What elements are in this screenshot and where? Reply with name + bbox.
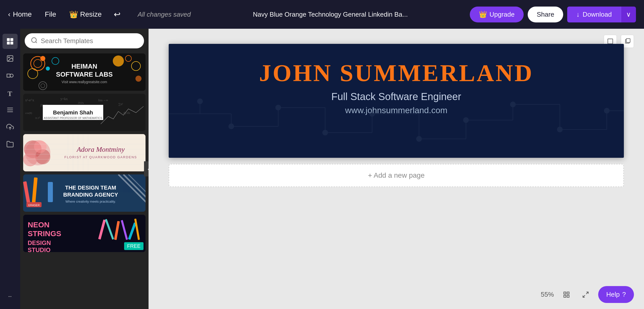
sidebar-more-button[interactable]: •••: [3, 289, 18, 304]
svg-text:FLORIST AT QUARKWOOD GARDENS: FLORIST AT QUARKWOOD GARDENS: [64, 155, 137, 159]
svg-rect-0: [7, 38, 10, 41]
crown-icon: 👑: [69, 10, 78, 19]
search-bar-wrap: [20, 29, 149, 51]
svg-text:ASSISTANT PROFESSOR OF MATHEMA: ASSISTANT PROFESSOR OF MATHEMATICS: [44, 116, 102, 119]
topbar-left: ‹ Home File 👑 Resize ↩ All changes saved: [8, 8, 191, 21]
svg-rect-132: [567, 295, 569, 297]
resize-nav-item[interactable]: 👑 Resize: [69, 10, 102, 19]
template-list: HEIMAN SOFTWARE LABS Visit www.reallygre…: [20, 51, 149, 309]
svg-point-13: [32, 38, 37, 43]
topbar: ‹ Home File 👑 Resize ↩ All changes saved…: [0, 0, 644, 29]
svg-point-25: [135, 76, 141, 82]
upgrade-button[interactable]: 👑 Upgrade: [470, 7, 524, 22]
svg-rect-3: [10, 42, 13, 44]
undo-button[interactable]: ↩: [112, 8, 123, 21]
svg-rect-1: [10, 38, 13, 41]
template-card-design-team[interactable]: ERASER THE DESIGN TEAM BRANDING AGENCY W…: [23, 174, 146, 212]
download-arrow-icon: ↓: [576, 11, 580, 18]
svg-point-18: [40, 56, 45, 61]
svg-text:DESIGN: DESIGN: [28, 239, 51, 246]
icon-sidebar: T •••: [0, 29, 20, 309]
search-input[interactable]: [41, 37, 138, 45]
add-page-button[interactable]: + Add a new page: [169, 164, 624, 187]
svg-text:THE DESIGN TEAM: THE DESIGN TEAM: [65, 184, 116, 191]
sidebar-text-button[interactable]: T: [3, 85, 18, 100]
svg-text:HEIMAN: HEIMAN: [71, 63, 97, 70]
banner-name[interactable]: JOHN SUMMERLAND: [259, 59, 533, 87]
svg-text:y=kx: y=kx: [60, 97, 68, 101]
svg-rect-6: [7, 74, 10, 77]
svg-text:∑n²: ∑n²: [118, 102, 123, 106]
svg-point-91: [197, 99, 202, 104]
svg-point-5: [9, 57, 10, 58]
svg-rect-86: [608, 39, 613, 44]
topbar-right: 👑 Upgrade Share ↓ Download ∨: [470, 7, 636, 22]
download-button[interactable]: ↓ Download: [567, 7, 621, 22]
circuit-decoration: [169, 95, 624, 158]
home-nav-item[interactable]: ‹ Home: [8, 10, 32, 18]
svg-text:Benjamin Shah: Benjamin Shah: [53, 109, 93, 116]
svg-text:cos(θ): cos(θ): [25, 111, 32, 115]
svg-line-134: [583, 295, 585, 297]
search-icon: [31, 37, 38, 45]
main-layout: T •••: [0, 29, 644, 309]
saved-status: All changes saved: [138, 11, 191, 18]
template-card-adora[interactable]: Adora Montminy FLORIST AT QUARKWOOD GARD…: [23, 134, 146, 171]
template-card-benjamin[interactable]: x²-e^x ∫f(x)dx y=kx ∂f/∂x lim→∞ ∑n² cos(…: [23, 94, 146, 131]
sidebar-texture-button[interactable]: [3, 102, 18, 117]
svg-text:ERASER: ERASER: [28, 204, 40, 207]
svg-text:x²-e^x: x²-e^x: [25, 98, 34, 102]
linkedin-banner[interactable]: JOHN SUMMERLAND Full Stack Software Engi…: [169, 44, 624, 158]
svg-text:STRINGS: STRINGS: [28, 229, 61, 238]
resize-label: Resize: [80, 10, 102, 18]
help-icon: ?: [622, 291, 626, 298]
share-button[interactable]: Share: [528, 7, 563, 22]
svg-text:T: T: [8, 90, 12, 97]
zoom-level: 55%: [541, 291, 554, 298]
svg-rect-131: [564, 295, 566, 297]
svg-text:lim→∞: lim→∞: [98, 98, 108, 102]
svg-rect-129: [564, 292, 566, 294]
doc-title: Navy Blue Orange Technology General Link…: [191, 11, 470, 18]
sidebar-grid-button[interactable]: [3, 34, 18, 49]
chevron-left-icon: ‹: [8, 10, 10, 18]
svg-line-14: [35, 42, 37, 43]
svg-text:Where creativity meets practic: Where creativity meets practicality.: [65, 200, 116, 203]
template-card-heiman[interactable]: HEIMAN SOFTWARE LABS Visit www.reallygre…: [23, 53, 146, 91]
svg-text:STUDIO: STUDIO: [28, 246, 51, 252]
svg-point-22: [113, 55, 124, 67]
sidebar-image-button[interactable]: [3, 51, 18, 66]
help-label: Help: [606, 291, 620, 298]
svg-text:∂f/∂x: ∂f/∂x: [78, 101, 84, 104]
canvas-wrapper: JOHN SUMMERLAND Full Stack Software Engi…: [169, 44, 624, 187]
grid-view-button[interactable]: [560, 288, 573, 301]
collapse-panel-button[interactable]: ‹: [144, 161, 149, 176]
canvas-area: JOHN SUMMERLAND Full Stack Software Engi…: [149, 29, 644, 309]
sidebar-shapes-button[interactable]: [3, 68, 18, 83]
download-group: ↓ Download ∨: [567, 7, 636, 22]
svg-point-7: [10, 74, 13, 77]
svg-text:SOFTWARE LABS: SOFTWARE LABS: [56, 71, 113, 78]
crown-icon: 👑: [479, 11, 487, 18]
download-caret-button[interactable]: ∨: [621, 7, 636, 22]
free-badge: FREE: [124, 242, 144, 250]
svg-rect-2: [7, 42, 10, 44]
svg-text:π r²: π r²: [35, 116, 40, 120]
template-card-neon[interactable]: NEON STRINGS DESIGN STUDIO FREE: [23, 215, 146, 252]
svg-rect-130: [567, 292, 569, 294]
collapse-icon: ‹: [148, 166, 149, 172]
fullscreen-button[interactable]: [579, 288, 592, 301]
svg-text:BRANDING AGENCY: BRANDING AGENCY: [63, 192, 118, 198]
svg-rect-66: [48, 182, 53, 202]
file-nav-item[interactable]: File: [42, 8, 59, 20]
svg-line-133: [586, 292, 588, 294]
svg-point-19: [46, 67, 50, 71]
help-button[interactable]: Help ?: [598, 286, 634, 303]
svg-text:Visit www.reallygreatsite.com: Visit www.reallygreatsite.com: [61, 80, 107, 84]
sidebar-folder-button[interactable]: [3, 137, 18, 152]
search-bar: [25, 33, 144, 48]
bottom-bar: 55% Help ?: [541, 286, 634, 303]
home-label: Home: [13, 10, 32, 18]
svg-rect-88: [626, 39, 630, 42]
sidebar-upload-button[interactable]: [3, 119, 18, 135]
